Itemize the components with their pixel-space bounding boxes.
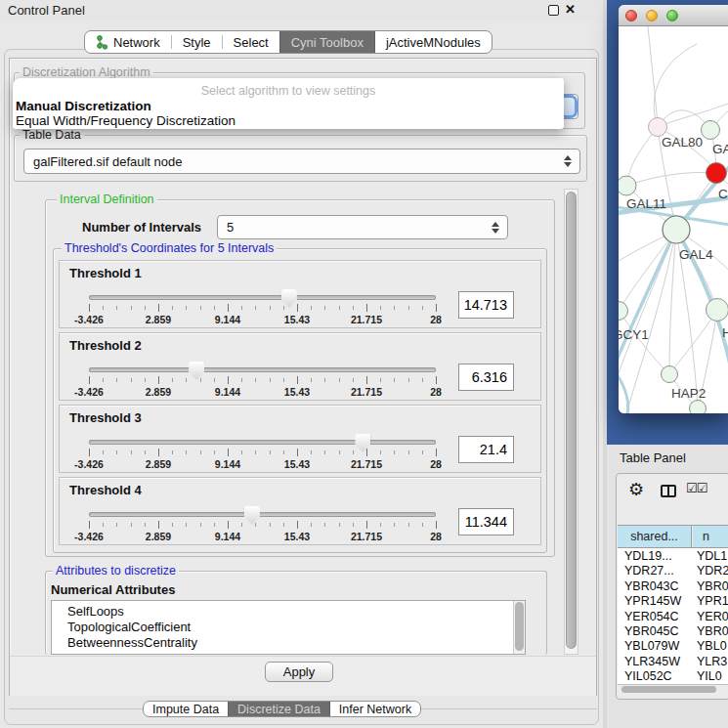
tick-mark [131,306,132,310]
tick-mark [297,449,298,456]
tick-mark [228,304,229,312]
tick-label: -3.426 [74,314,104,325]
tick-mark [131,523,132,527]
window-zoom-icon[interactable] [666,10,678,21]
tab-select[interactable]: Select [223,31,279,53]
tab-label: Discretize Data [237,703,321,716]
tab-impute-data[interactable]: Impute Data [144,702,228,716]
slider-tick-labels: -3.4262.8599.14415.4321.71528 [89,314,436,325]
tick-mark [311,306,312,310]
node-label: HAP2 [671,386,706,401]
table-row[interactable]: YDL19...YDL1 [618,549,728,564]
tick-mark [241,378,242,382]
table-row[interactable]: YER054CYER0 [618,610,728,624]
tick-mark [394,306,395,310]
tick-mark [103,450,104,454]
tab-label: Network [113,35,160,50]
network-node[interactable] [649,118,667,137]
gear-icon[interactable]: ⚙ [628,479,644,500]
tick-label: 15.43 [284,531,310,542]
network-node[interactable] [702,121,720,140]
network-node[interactable] [663,216,690,243]
tick-mark [353,450,354,454]
tick-mark [297,304,298,312]
table-row[interactable]: YBR045CYBR0 [618,624,728,639]
network-view[interactable]: GAL80 GA GAL11 C GAL4 GCY1 H HAP2 [619,26,728,413]
tick-mark [353,523,354,527]
table-row[interactable]: YLR345WYLR3 [618,655,728,669]
slider-track[interactable] [89,512,436,517]
tab-cyni-toolbox[interactable]: Cyni Toolbox [279,31,375,53]
network-node[interactable] [707,299,728,321]
table-row[interactable]: YDR27...YDR2 [618,564,728,578]
number-of-intervals-combobox[interactable]: 5 [217,215,508,239]
algorithm-option-equal-width-frequency[interactable]: Equal Width/Frequency Discretization [16,113,236,128]
attributes-scrollbar-thumb[interactable] [515,602,524,651]
checkboxes-icon[interactable]: ☑☑ [686,481,707,495]
tick-mark [270,450,271,454]
tick-mark [270,306,271,310]
list-item[interactable]: TopologicalCoefficient [67,620,191,634]
tick-label: 9.144 [215,314,240,325]
tab-network[interactable]: Network [85,31,171,53]
tick-mark [324,378,325,382]
tick-label: 28 [430,531,442,542]
tick-label: 21.715 [351,458,382,470]
threshold-value-field[interactable]: 21.4 [458,436,514,463]
algorithm-option-manual-discretization[interactable]: Manual Discretization [16,99,151,113]
tick-mark [214,378,215,382]
number-of-intervals-label: Number of Intervals [82,220,201,235]
tab-style[interactable]: Style [172,31,222,53]
slider-track[interactable] [89,367,436,372]
apply-button[interactable]: Apply [265,662,333,682]
tick-mark [353,378,354,382]
column-header-name[interactable]: n [693,526,728,547]
table-row[interactable]: YIL052CYIL0 [618,669,728,684]
slider-tick-labels: -3.4262.8599.14415.4321.71528 [89,531,436,542]
window-minimize-icon[interactable] [646,10,658,21]
tick-label: 2.859 [146,314,171,325]
threshold-value-field[interactable]: 11.344 [458,508,514,535]
tick-mark [131,450,132,454]
slider-track[interactable] [89,440,436,445]
tick-mark [324,523,325,527]
tick-mark [172,378,173,382]
tick-label: 9.144 [215,531,240,542]
close-icon[interactable]: ✕ [565,2,576,17]
network-node-selected-red[interactable] [707,163,727,184]
tick-mark [408,306,409,310]
table-data-combobox[interactable]: galFiltered.sif default node [23,149,580,174]
settings-scrollbar-thumb[interactable] [566,192,577,649]
network-node[interactable] [619,302,628,321]
window-close-icon[interactable] [625,10,637,21]
float-window-icon[interactable] [548,5,559,16]
network-node[interactable] [690,401,707,414]
columns-icon[interactable] [661,485,676,497]
tab-label: Style [183,35,211,50]
tab-discretize-data[interactable]: Discretize Data [228,702,330,716]
list-item[interactable]: BetweennessCentrality [67,635,197,650]
network-node[interactable] [662,366,678,383]
list-item[interactable]: SelfLoops [67,604,124,619]
cell: YER0 [697,610,728,623]
slider-tick-labels: -3.4262.8599.14415.4321.71528 [89,386,436,398]
tick-mark [366,304,367,312]
network-node[interactable] [619,176,636,195]
cell: YBR043C [624,579,679,593]
table-row[interactable]: YBL079WYBL0 [618,639,728,654]
table-row[interactable]: YBR043CYBR0 [618,579,728,594]
tab-jactivemnodules[interactable]: jActiveMNodules [375,31,492,53]
tick-mark [283,523,284,527]
cell: YDR2 [697,564,728,578]
column-header-shared-name[interactable]: shared... [618,526,692,547]
tick-mark [366,449,367,456]
tab-infer-network[interactable]: Infer Network [330,702,420,716]
threshold-value-field[interactable]: 14.713 [458,291,514,319]
threshold-label: Threshold 4 [69,483,142,497]
threshold-value-field[interactable]: 6.316 [458,364,514,391]
slider-track[interactable] [89,295,436,300]
network-window-titlebar[interactable] [619,5,728,26]
cell: YBL079W [624,639,679,653]
table-hscrollbar-thumb[interactable] [621,686,716,693]
table-row[interactable]: YPR145WYPR1 [618,594,728,609]
